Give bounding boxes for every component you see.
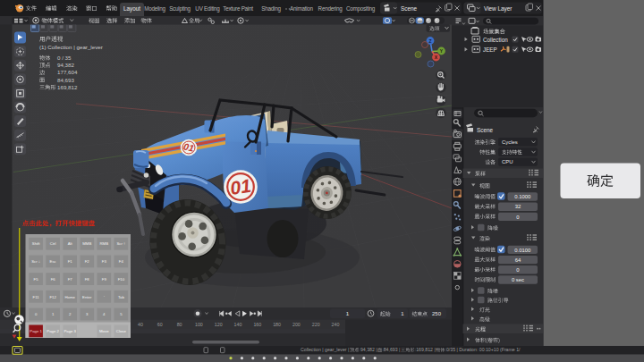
svg-text:80: 80 xyxy=(177,322,182,327)
svg-text:F6: F6 xyxy=(51,277,56,282)
svg-text:0.1000: 0.1000 xyxy=(514,194,531,199)
svg-text:Layout: Layout xyxy=(123,5,140,13)
svg-text:Scr ↓: Scr ↓ xyxy=(31,259,40,264)
svg-text:Ctrl: Ctrl xyxy=(50,241,56,246)
svg-text:(1) Collection | gear_lever: (1) Collection | gear_lever xyxy=(39,44,103,50)
svg-text::84,693 |: :84,693 | xyxy=(382,347,400,352)
svg-text:177,604: 177,604 xyxy=(57,69,78,75)
svg-text:Page 2: Page 2 xyxy=(47,329,59,333)
svg-text:UV Editing: UV Editing xyxy=(195,5,220,13)
svg-text:180: 180 xyxy=(273,322,281,327)
svg-text:84,693: 84,693 xyxy=(57,77,74,83)
svg-text:Compositing: Compositing xyxy=(346,5,376,13)
svg-text:F11: F11 xyxy=(33,295,40,299)
svg-text:Animation: Animation xyxy=(290,5,313,12)
svg-text:F12: F12 xyxy=(49,295,56,299)
svg-text:Texture Paint: Texture Paint xyxy=(223,5,253,12)
svg-text:Home: Home xyxy=(64,295,75,299)
svg-text:Cycles: Cycles xyxy=(502,139,518,145)
svg-text:F5: F5 xyxy=(34,277,39,282)
svg-text:169,812: 169,812 xyxy=(57,84,78,90)
svg-text:Page 3: Page 3 xyxy=(64,329,76,333)
svg-text:240: 240 xyxy=(332,322,340,327)
svg-text:94,382: 94,382 xyxy=(57,62,74,68)
svg-text:JEEP: JEEP xyxy=(483,46,497,53)
svg-text:0.0100: 0.0100 xyxy=(514,248,531,253)
svg-text:F1: F1 xyxy=(68,259,73,264)
svg-text:120: 120 xyxy=(215,322,223,327)
svg-text:250: 250 xyxy=(432,311,442,316)
svg-text:Z: Z xyxy=(428,38,431,44)
svg-text:F3: F3 xyxy=(102,259,107,264)
svg-text:Scene: Scene xyxy=(477,127,494,133)
svg-text:01: 01 xyxy=(229,175,252,198)
svg-text:100: 100 xyxy=(195,322,203,327)
svg-text:Collection: Collection xyxy=(483,37,508,43)
svg-text:View Layer: View Layer xyxy=(484,5,513,13)
svg-text::0/35 | Duration: 00:10+10 (Fr: :0/35 | Duration: 00:10+10 (Frame 1/ xyxy=(445,347,521,352)
svg-text:Enter: Enter xyxy=(82,295,92,299)
svg-text:Rendering: Rendering xyxy=(318,5,343,13)
svg-text:32: 32 xyxy=(515,204,521,209)
svg-text:CPU: CPU xyxy=(502,159,513,164)
svg-text:Modeling: Modeling xyxy=(144,5,165,13)
svg-text:1: 1 xyxy=(346,310,350,316)
svg-text:Close: Close xyxy=(116,329,127,333)
svg-text:Page 1: Page 1 xyxy=(30,329,42,333)
svg-text:Tab: Tab xyxy=(118,295,125,299)
svg-text:Shift: Shift xyxy=(32,241,40,246)
svg-text:F10: F10 xyxy=(118,277,125,282)
svg-text:Move: Move xyxy=(99,329,109,333)
svg-text:140: 140 xyxy=(234,322,242,327)
svg-text::169,812 |: :169,812 | xyxy=(415,347,436,352)
svg-text:Collection | gear_lever |: Collection | gear_lever | xyxy=(301,347,349,352)
svg-text:60: 60 xyxy=(157,322,163,327)
svg-text::94,382 |: :94,382 | xyxy=(360,347,377,352)
svg-text:Scr ↑: Scr ↑ xyxy=(116,241,125,246)
svg-text:Sculpting: Sculpting xyxy=(169,5,191,13)
svg-text:200: 200 xyxy=(292,322,301,327)
svg-text:F9: F9 xyxy=(102,277,107,282)
svg-text:Scene: Scene xyxy=(401,5,418,12)
svg-text:Shading: Shading xyxy=(261,5,281,13)
svg-text:40: 40 xyxy=(138,322,143,327)
svg-text:F4: F4 xyxy=(119,259,124,264)
svg-text:220: 220 xyxy=(312,322,320,327)
svg-text:F7: F7 xyxy=(68,277,73,282)
svg-text:1: 1 xyxy=(401,311,403,316)
svg-text:RMB: RMB xyxy=(100,241,109,246)
svg-text:F2: F2 xyxy=(85,259,90,264)
svg-text:MMB: MMB xyxy=(82,241,91,246)
svg-text:64: 64 xyxy=(515,257,521,263)
svg-text:Alt: Alt xyxy=(68,241,73,246)
svg-text:F8: F8 xyxy=(85,277,90,282)
svg-text:0 sec: 0 sec xyxy=(512,277,524,282)
svg-text:160: 160 xyxy=(253,322,261,327)
svg-text:0 / 35: 0 / 35 xyxy=(57,55,72,61)
svg-text:Esc: Esc xyxy=(50,259,57,264)
